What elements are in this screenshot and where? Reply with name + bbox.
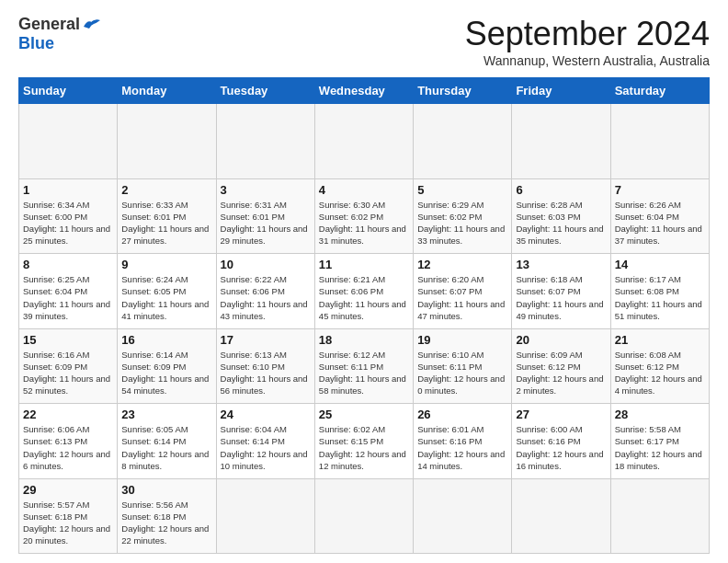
day-number: 28 [615, 408, 705, 421]
sunrise-label: Sunrise: 6:04 AM [221, 424, 287, 434]
day-number: 11 [319, 258, 409, 271]
calendar-day-header: Saturday [610, 78, 709, 104]
daylight-label: Daylight: 11 hours and 45 minutes. [319, 299, 406, 321]
sunset-label: Sunset: 6:18 PM [23, 511, 87, 522]
calendar-cell [512, 478, 610, 554]
calendar-week-row: 22 Sunrise: 6:06 AM Sunset: 6:13 PM Dayl… [19, 404, 710, 479]
calendar-cell: 9 Sunrise: 6:24 AM Sunset: 6:05 PM Dayli… [118, 254, 216, 329]
calendar-cell: 22 Sunrise: 6:06 AM Sunset: 6:13 PM Dayl… [19, 404, 118, 479]
day-info: Sunrise: 6:28 AM Sunset: 6:03 PM Dayligh… [516, 199, 606, 247]
calendar-cell: 12 Sunrise: 6:20 AM Sunset: 6:07 PM Dayl… [414, 254, 512, 329]
day-info: Sunrise: 6:08 AM Sunset: 6:12 PM Dayligh… [615, 349, 705, 397]
sunrise-label: Sunrise: 5:56 AM [121, 500, 188, 510]
day-number: 4 [319, 183, 409, 197]
sunset-label: Sunset: 6:05 PM [121, 286, 186, 296]
calendar-cell: 21 Sunrise: 6:08 AM Sunset: 6:12 PM Dayl… [610, 328, 709, 404]
calendar-cell: 27 Sunrise: 6:00 AM Sunset: 6:16 PM Dayl… [512, 404, 610, 479]
day-number: 20 [516, 333, 606, 347]
calendar-week-row: 8 Sunrise: 6:25 AM Sunset: 6:04 PM Dayli… [19, 254, 710, 329]
day-number: 26 [417, 408, 507, 421]
daylight-label: Daylight: 11 hours and 29 minutes. [221, 224, 308, 246]
calendar-week-row: 15 Sunrise: 6:16 AM Sunset: 6:09 PM Dayl… [19, 328, 710, 404]
sunrise-label: Sunrise: 6:21 AM [319, 274, 385, 284]
day-info: Sunrise: 6:14 AM Sunset: 6:09 PM Dayligh… [121, 349, 211, 397]
sunset-label: Sunset: 6:16 PM [417, 436, 482, 446]
day-number: 24 [221, 408, 311, 421]
sunrise-label: Sunrise: 6:20 AM [417, 274, 483, 284]
daylight-label: Daylight: 12 hours and 8 minutes. [121, 449, 209, 471]
daylight-label: Daylight: 12 hours and 18 minutes. [615, 449, 702, 471]
calendar-cell: 8 Sunrise: 6:25 AM Sunset: 6:04 PM Dayli… [19, 254, 118, 329]
sunrise-label: Sunrise: 6:06 AM [23, 424, 89, 434]
daylight-label: Daylight: 11 hours and 35 minutes. [516, 224, 603, 246]
sunrise-label: Sunrise: 6:31 AM [221, 200, 287, 210]
daylight-label: Daylight: 12 hours and 2 minutes. [516, 373, 603, 396]
calendar-cell: 18 Sunrise: 6:12 AM Sunset: 6:11 PM Dayl… [314, 328, 413, 404]
sunrise-label: Sunrise: 6:18 AM [516, 274, 582, 284]
calendar-cell: 19 Sunrise: 6:10 AM Sunset: 6:11 PM Dayl… [414, 328, 512, 404]
calendar-cell [512, 104, 610, 179]
calendar-cell: 14 Sunrise: 6:17 AM Sunset: 6:08 PM Dayl… [610, 254, 709, 329]
day-number: 6 [516, 183, 606, 197]
calendar-cell: 29 Sunrise: 5:57 AM Sunset: 6:18 PM Dayl… [19, 478, 118, 554]
calendar-cell [414, 104, 512, 179]
day-info: Sunrise: 6:01 AM Sunset: 6:16 PM Dayligh… [417, 423, 507, 472]
day-number: 25 [319, 408, 409, 421]
day-info: Sunrise: 6:04 AM Sunset: 6:14 PM Dayligh… [221, 423, 311, 472]
day-number: 3 [221, 183, 311, 197]
calendar-cell: 23 Sunrise: 6:05 AM Sunset: 6:14 PM Dayl… [118, 404, 216, 479]
daylight-label: Daylight: 11 hours and 56 minutes. [221, 373, 308, 396]
daylight-label: Daylight: 11 hours and 41 minutes. [121, 299, 209, 321]
day-info: Sunrise: 5:56 AM Sunset: 6:18 PM Dayligh… [121, 499, 211, 547]
sunset-label: Sunset: 6:01 PM [221, 212, 285, 222]
daylight-label: Daylight: 11 hours and 54 minutes. [121, 373, 209, 396]
day-info: Sunrise: 6:20 AM Sunset: 6:07 PM Dayligh… [417, 273, 507, 322]
day-info: Sunrise: 6:10 AM Sunset: 6:11 PM Dayligh… [417, 349, 507, 397]
sunrise-label: Sunrise: 5:58 AM [615, 424, 681, 434]
sunset-label: Sunset: 6:09 PM [23, 362, 87, 372]
sunset-label: Sunset: 6:13 PM [23, 436, 87, 446]
day-info: Sunrise: 6:31 AM Sunset: 6:01 PM Dayligh… [221, 199, 311, 247]
sunset-label: Sunset: 6:11 PM [319, 362, 383, 372]
day-number: 9 [121, 258, 211, 271]
calendar-cell: 1 Sunrise: 6:34 AM Sunset: 6:00 PM Dayli… [19, 178, 118, 254]
calendar-cell [610, 478, 709, 554]
daylight-label: Daylight: 12 hours and 4 minutes. [615, 373, 702, 396]
day-info: Sunrise: 6:22 AM Sunset: 6:06 PM Dayligh… [221, 273, 311, 322]
sunset-label: Sunset: 6:16 PM [516, 436, 580, 446]
sunset-label: Sunset: 6:18 PM [121, 511, 186, 522]
calendar-cell [118, 104, 216, 179]
sunset-label: Sunset: 6:11 PM [417, 362, 482, 372]
calendar-day-header: Tuesday [216, 78, 314, 104]
sunrise-label: Sunrise: 6:17 AM [615, 274, 681, 284]
day-number: 15 [23, 333, 113, 347]
daylight-label: Daylight: 11 hours and 33 minutes. [417, 224, 505, 246]
sunrise-label: Sunrise: 6:16 AM [23, 350, 89, 360]
sunrise-label: Sunrise: 6:10 AM [417, 350, 483, 360]
sunrise-label: Sunrise: 6:01 AM [417, 424, 483, 434]
sunset-label: Sunset: 6:12 PM [615, 362, 679, 372]
daylight-label: Daylight: 11 hours and 25 minutes. [23, 224, 110, 246]
calendar-cell [19, 104, 118, 179]
sunset-label: Sunset: 6:00 PM [23, 212, 87, 222]
calendar-cell: 15 Sunrise: 6:16 AM Sunset: 6:09 PM Dayl… [19, 328, 118, 404]
logo-general: General [18, 15, 80, 34]
sunset-label: Sunset: 6:06 PM [221, 286, 285, 296]
sunrise-label: Sunrise: 6:24 AM [121, 274, 188, 284]
calendar-cell: 30 Sunrise: 5:56 AM Sunset: 6:18 PM Dayl… [118, 478, 216, 554]
sunset-label: Sunset: 6:14 PM [221, 436, 285, 446]
calendar-cell: 13 Sunrise: 6:18 AM Sunset: 6:07 PM Dayl… [512, 254, 610, 329]
month-title: September 2024 [465, 15, 710, 53]
day-info: Sunrise: 6:17 AM Sunset: 6:08 PM Dayligh… [615, 273, 705, 322]
calendar-day-header: Friday [512, 78, 610, 104]
daylight-label: Daylight: 11 hours and 58 minutes. [319, 373, 406, 396]
sunset-label: Sunset: 6:14 PM [121, 436, 186, 446]
day-number: 22 [23, 408, 113, 421]
day-number: 19 [417, 333, 507, 347]
calendar-cell: 10 Sunrise: 6:22 AM Sunset: 6:06 PM Dayl… [216, 254, 314, 329]
daylight-label: Daylight: 11 hours and 47 minutes. [417, 299, 505, 321]
sunset-label: Sunset: 6:17 PM [615, 436, 679, 446]
sunset-label: Sunset: 6:01 PM [121, 212, 186, 222]
day-number: 12 [417, 258, 507, 271]
day-info: Sunrise: 6:06 AM Sunset: 6:13 PM Dayligh… [23, 423, 113, 472]
